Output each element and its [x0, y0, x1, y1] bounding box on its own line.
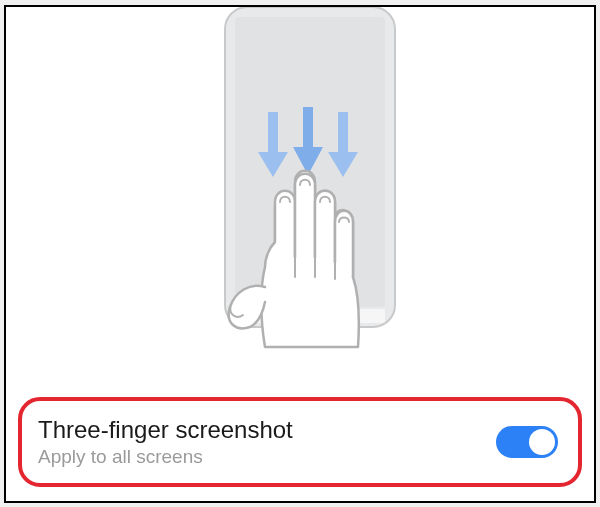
setting-title: Three-finger screenshot	[38, 416, 293, 444]
setting-subtitle: Apply to all screens	[38, 446, 293, 468]
setting-text-group: Three-finger screenshot Apply to all scr…	[38, 416, 293, 468]
three-finger-swipe-icon	[110, 7, 490, 377]
toggle-switch[interactable]	[496, 426, 558, 458]
gesture-illustration	[6, 7, 594, 377]
toggle-knob	[529, 429, 555, 455]
three-finger-screenshot-setting[interactable]: Three-finger screenshot Apply to all scr…	[18, 397, 582, 487]
settings-panel: Three-finger screenshot Apply to all scr…	[4, 5, 596, 503]
